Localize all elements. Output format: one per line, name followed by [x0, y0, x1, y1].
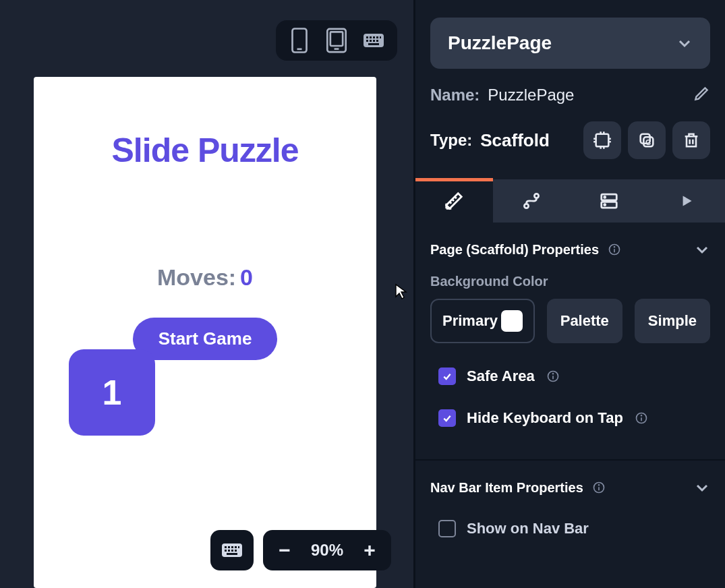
page-selector[interactable]: PuzzlePage	[430, 18, 710, 69]
svg-rect-7	[370, 36, 372, 38]
server-icon	[599, 191, 619, 211]
svg-rect-8	[373, 36, 375, 38]
tab-data[interactable]	[571, 179, 648, 223]
device-toggle-bar	[276, 20, 397, 61]
svg-rect-23	[228, 550, 230, 552]
safe-area-checkbox[interactable]	[438, 368, 456, 385]
type-row: Type: Scaffold C	[430, 121, 710, 159]
info-icon[interactable]	[634, 411, 649, 425]
moves-count: 0	[240, 264, 253, 290]
palette-button[interactable]: Palette	[547, 299, 622, 343]
svg-rect-21	[238, 546, 239, 548]
smartphone-icon	[290, 27, 309, 54]
moves-label: Moves:	[157, 264, 236, 290]
background-color-chip[interactable]: Primary	[430, 299, 535, 343]
wrap-widget-button[interactable]	[583, 121, 621, 159]
ruler-icon	[444, 191, 464, 211]
svg-rect-27	[596, 134, 609, 147]
zoom-out-button[interactable]: −	[272, 539, 297, 562]
show-navbar-row: Show on Nav Bar	[430, 520, 710, 537]
info-icon[interactable]	[546, 369, 560, 384]
type-value: Scaffold	[480, 130, 550, 151]
hide-keyboard-checkbox[interactable]	[438, 409, 456, 427]
scaffold-properties-header[interactable]: Page (Scaffold) Properties	[430, 241, 710, 258]
tab-design[interactable]	[415, 179, 493, 223]
zoom-value[interactable]: 90%	[311, 541, 343, 560]
name-row: Name: PuzzlePage	[430, 85, 710, 105]
device-keyboard-button[interactable]	[359, 26, 388, 55]
show-navbar-checkbox[interactable]	[438, 520, 456, 537]
keyboard-icon	[362, 32, 385, 49]
device-phone-button[interactable]	[285, 26, 314, 55]
chevron-down-icon	[694, 479, 710, 496]
delete-widget-button[interactable]	[672, 121, 710, 159]
svg-rect-10	[380, 36, 381, 38]
hide-keyboard-label: Hide Keyboard on Tap	[467, 409, 623, 427]
svg-point-39	[614, 247, 615, 247]
start-game-button[interactable]: Start Game	[133, 318, 278, 360]
svg-point-48	[598, 485, 599, 486]
navbar-properties-title: Nav Bar Item Properties	[430, 480, 583, 496]
copy-widget-button[interactable]: C	[628, 121, 666, 159]
app-title: Slide Puzzle	[34, 131, 376, 170]
svg-rect-9	[376, 36, 378, 38]
svg-point-36	[604, 204, 606, 206]
svg-point-45	[641, 415, 641, 416]
svg-rect-18	[228, 546, 230, 548]
svg-rect-3	[330, 32, 343, 46]
svg-rect-12	[370, 40, 372, 42]
chevron-down-icon	[676, 35, 693, 51]
play-icon	[678, 192, 695, 210]
keyboard-shortcut-button[interactable]	[210, 530, 254, 570]
zoom-pill: − 90% +	[263, 530, 391, 570]
svg-point-32	[535, 194, 539, 198]
info-icon[interactable]	[607, 242, 622, 257]
canvas-area: Slide Puzzle Moves:0 Start Game 1 − 90% …	[0, 0, 413, 588]
svg-rect-14	[376, 40, 378, 42]
safe-area-label: Safe Area	[467, 368, 535, 385]
svg-point-35	[604, 196, 606, 198]
scaffold-properties-title: Page (Scaffold) Properties	[430, 242, 599, 258]
svg-point-31	[525, 204, 529, 208]
route-icon	[521, 191, 542, 211]
tablet-icon	[326, 27, 347, 54]
tab-run[interactable]	[647, 179, 725, 223]
svg-rect-22	[225, 550, 227, 552]
info-icon[interactable]	[591, 480, 606, 495]
background-color-row: Primary Palette Simple	[430, 299, 710, 343]
tab-actions[interactable]	[493, 179, 571, 223]
chevron-down-icon	[694, 241, 710, 258]
svg-rect-11	[366, 40, 368, 42]
navbar-properties-section: Nav Bar Item Properties Show on Nav Bar	[415, 461, 725, 544]
properties-panel: PuzzlePage Name: PuzzlePage Type: Scaffo…	[413, 0, 725, 588]
show-navbar-label: Show on Nav Bar	[467, 520, 589, 537]
hide-keyboard-row: Hide Keyboard on Tap	[430, 409, 710, 427]
edit-name-button[interactable]	[693, 85, 710, 105]
zoom-controls: − 90% +	[210, 530, 391, 570]
color-swatch	[501, 310, 523, 332]
bg-color-label: Background Color	[430, 274, 710, 289]
name-value: PuzzlePage	[488, 86, 574, 105]
svg-point-42	[552, 374, 553, 374]
tab-strip	[415, 179, 725, 223]
app-preview[interactable]: Slide Puzzle Moves:0 Start Game 1	[34, 77, 376, 588]
navbar-properties-header[interactable]: Nav Bar Item Properties	[430, 479, 710, 496]
svg-rect-24	[231, 550, 233, 552]
svg-rect-6	[366, 36, 368, 38]
puzzle-tile[interactable]: 1	[69, 349, 155, 436]
zoom-in-button[interactable]: +	[357, 539, 382, 562]
copy-icon: C	[637, 131, 656, 150]
keyboard-icon	[221, 542, 243, 558]
svg-rect-20	[235, 546, 237, 548]
scaffold-properties-section: Page (Scaffold) Properties Background Co…	[415, 223, 725, 434]
wrap-icon	[593, 131, 612, 150]
pencil-icon	[693, 85, 710, 102]
device-tablet-button[interactable]	[322, 26, 351, 55]
svg-rect-25	[235, 550, 237, 552]
moves-line: Moves:0	[34, 264, 376, 291]
simple-button[interactable]: Simple	[635, 299, 710, 343]
name-label: Name:	[430, 86, 480, 105]
safe-area-row: Safe Area	[430, 368, 710, 385]
tile-value: 1	[103, 372, 122, 413]
svg-rect-13	[373, 40, 375, 42]
